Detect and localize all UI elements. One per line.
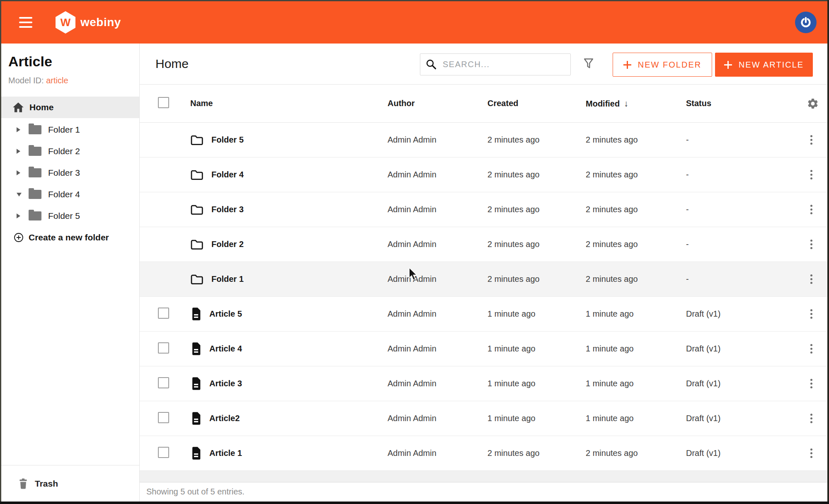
row-status: Draft (v1) — [686, 448, 803, 458]
table-settings-button[interactable] — [807, 97, 819, 110]
row-actions-menu-button[interactable] — [805, 376, 817, 392]
chevron-right-icon[interactable] — [17, 127, 22, 132]
model-id-value: article — [46, 76, 68, 85]
sidebar-item-folder[interactable]: Folder 1 — [1, 119, 139, 141]
plus-circle-icon — [14, 233, 24, 242]
table-row-article[interactable]: Article 4Admin Admin1 minute ago1 minute… — [140, 332, 827, 366]
row-modified: 2 minutes ago — [586, 274, 686, 284]
search-input[interactable] — [437, 54, 570, 75]
table-row-article[interactable]: Article2Admin Admin1 minute ago1 minute … — [140, 401, 827, 436]
plus-icon — [724, 61, 732, 69]
folder-icon — [190, 274, 204, 285]
row-name: Folder 3 — [211, 205, 244, 214]
row-modified: 1 minute ago — [586, 379, 686, 388]
row-created: 1 minute ago — [487, 379, 586, 388]
hamburger-menu-button[interactable] — [19, 17, 32, 28]
folder-icon — [29, 125, 41, 134]
row-created: 2 minutes ago — [487, 274, 586, 284]
topbar: W webiny — [1, 1, 827, 44]
folder-icon — [190, 204, 204, 215]
search-box — [420, 53, 571, 75]
table-body: Folder 5Admin Admin2 minutes ago2 minute… — [140, 123, 827, 471]
row-actions-menu-button[interactable] — [805, 445, 817, 462]
sidebar-item-home[interactable]: Home — [1, 97, 139, 118]
column-header-modified[interactable]: Modified↓ — [586, 99, 686, 109]
row-created: 2 minutes ago — [487, 448, 586, 458]
row-checkbox[interactable] — [158, 377, 169, 388]
column-header-status[interactable]: Status — [686, 99, 803, 108]
folder-icon — [29, 211, 41, 220]
row-modified: 2 minutes ago — [586, 135, 686, 145]
column-header-name[interactable]: Name — [190, 99, 388, 108]
chevron-right-icon[interactable] — [17, 170, 22, 175]
filter-button[interactable] — [582, 57, 595, 72]
row-actions-menu-button[interactable] — [805, 132, 817, 148]
table-row-folder[interactable]: Folder 3Admin Admin2 minutes ago2 minute… — [140, 192, 827, 227]
row-actions-menu-button[interactable] — [805, 271, 817, 288]
row-actions-menu-button[interactable] — [805, 201, 817, 218]
row-created: 2 minutes ago — [487, 135, 586, 145]
select-all-checkbox[interactable] — [158, 97, 169, 108]
row-checkbox[interactable] — [158, 412, 169, 423]
row-actions-menu-button[interactable] — [805, 236, 817, 253]
chevron-right-icon[interactable] — [17, 213, 22, 218]
row-modified: 2 minutes ago — [586, 240, 686, 249]
row-created: 2 minutes ago — [487, 205, 586, 214]
table-bottom-band — [140, 471, 827, 482]
row-modified: 2 minutes ago — [586, 448, 686, 458]
sidebar-item-folder[interactable]: Folder 5 — [1, 205, 139, 227]
folder-label: Folder 5 — [48, 211, 80, 221]
sidebar-item-folder[interactable]: Folder 4 — [1, 184, 139, 205]
row-status: Draft (v1) — [686, 309, 803, 319]
row-author: Admin Admin — [388, 448, 487, 458]
table-row-folder[interactable]: Folder 1Admin Admin2 minutes ago2 minute… — [140, 262, 827, 297]
row-modified: 2 minutes ago — [586, 205, 686, 214]
new-article-button[interactable]: NEW ARTICLE — [715, 53, 813, 77]
row-author: Admin Admin — [388, 344, 487, 354]
row-name: Folder 2 — [211, 240, 244, 249]
search-icon — [426, 59, 437, 70]
row-name: Folder 5 — [211, 135, 244, 145]
document-icon — [190, 412, 201, 425]
plus-icon — [623, 61, 631, 69]
kebab-icon — [810, 208, 812, 211]
row-actions-menu-button[interactable] — [805, 306, 817, 322]
create-folder-button[interactable]: Create a new folder — [1, 227, 139, 248]
chevron-right-icon[interactable] — [17, 149, 22, 154]
row-author: Admin Admin — [388, 414, 487, 423]
row-author: Admin Admin — [388, 240, 487, 249]
sidebar-item-folder[interactable]: Folder 3 — [1, 162, 139, 184]
column-header-created[interactable]: Created — [487, 99, 586, 108]
folder-icon — [190, 239, 204, 250]
row-actions-menu-button[interactable] — [805, 410, 817, 427]
row-actions-menu-button[interactable] — [805, 167, 817, 183]
row-checkbox[interactable] — [158, 308, 169, 319]
column-header-author[interactable]: Author — [388, 99, 487, 108]
row-status: - — [686, 205, 803, 214]
row-name: Folder 1 — [211, 274, 244, 284]
row-author: Admin Admin — [388, 205, 487, 214]
row-name: Article 4 — [209, 344, 242, 354]
table-row-article[interactable]: Article 3Admin Admin1 minute ago1 minute… — [140, 366, 827, 401]
row-checkbox[interactable] — [158, 447, 169, 458]
table-row-folder[interactable]: Folder 2Admin Admin2 minutes ago2 minute… — [140, 227, 827, 262]
table-row-folder[interactable]: Folder 5Admin Admin2 minutes ago2 minute… — [140, 123, 827, 158]
row-created: 2 minutes ago — [487, 170, 586, 179]
folder-label: Folder 1 — [48, 125, 80, 135]
row-modified: 1 minute ago — [586, 309, 686, 319]
row-name: Article 5 — [209, 309, 242, 319]
table-row-article[interactable]: Article 1Admin Admin2 minutes ago2 minut… — [140, 436, 827, 471]
table-row-article[interactable]: Article 5Admin Admin1 minute ago1 minute… — [140, 297, 827, 332]
user-avatar-button[interactable] — [795, 12, 817, 33]
row-checkbox[interactable] — [158, 342, 169, 354]
new-folder-button[interactable]: NEW FOLDER — [613, 53, 712, 77]
kebab-icon — [810, 139, 812, 141]
sidebar-item-folder[interactable]: Folder 2 — [1, 141, 139, 162]
row-actions-menu-button[interactable] — [805, 341, 817, 357]
row-name: Article 1 — [209, 448, 242, 458]
chevron-down-icon[interactable] — [17, 193, 22, 196]
trash-button[interactable]: Trash — [1, 465, 139, 502]
table-row-folder[interactable]: Folder 4Admin Admin2 minutes ago2 minute… — [140, 158, 827, 192]
kebab-icon — [810, 313, 812, 315]
row-name: Article2 — [209, 414, 240, 423]
